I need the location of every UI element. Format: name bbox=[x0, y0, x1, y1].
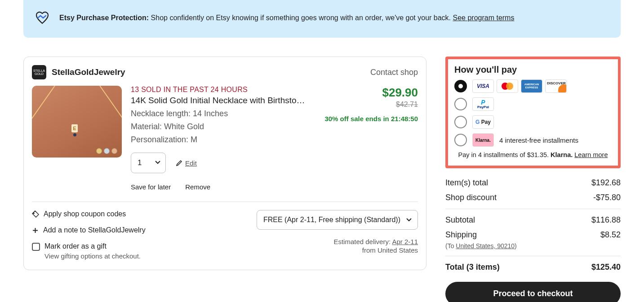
pay-title: How you'll pay bbox=[454, 65, 612, 75]
radio-gpay[interactable] bbox=[454, 116, 467, 128]
shop-avatar[interactable]: STELLAGOLD bbox=[32, 65, 46, 79]
shop-discount-label: Shop discount bbox=[445, 193, 497, 202]
edit-button[interactable]: Edit bbox=[176, 159, 197, 167]
gift-label: Mark order as a gift bbox=[44, 242, 141, 250]
pay-option-card[interactable]: VISA AMERICANEXPRESS DISCOVER bbox=[454, 79, 612, 93]
attr-material: Material: White Gold bbox=[131, 122, 315, 131]
save-for-later-button[interactable]: Save for later bbox=[131, 183, 171, 191]
pay-option-klarna[interactable]: Klarna. 4 interest-free installments bbox=[454, 133, 612, 147]
shop-discount-value: -$75.80 bbox=[593, 193, 621, 202]
gift-checkbox[interactable] bbox=[32, 243, 40, 251]
subtotal-value: $116.88 bbox=[591, 215, 621, 225]
plus-icon bbox=[32, 227, 39, 234]
klarna-learn-more[interactable]: Learn more bbox=[574, 151, 608, 158]
radio-paypal[interactable] bbox=[454, 98, 467, 110]
ship-to-link[interactable]: United States, 90210 bbox=[456, 242, 515, 249]
estimated-delivery: Estimated delivery: Apr 2-11 bbox=[257, 238, 418, 245]
checkout-button[interactable]: Proceed to checkout bbox=[445, 282, 621, 302]
pay-option-paypal[interactable]: PPayPal bbox=[454, 97, 612, 111]
program-terms-link[interactable]: See program terms bbox=[453, 14, 515, 22]
add-note-button[interactable]: Add a note to StellaGoldJewelry bbox=[32, 226, 146, 234]
banner-text: Shop confidently on Etsy knowing if some… bbox=[149, 14, 453, 22]
shop-name[interactable]: StellaGoldJewelry bbox=[52, 67, 125, 77]
pay-option-gpay[interactable]: G Pay bbox=[454, 115, 612, 129]
apply-shop-coupon-button[interactable]: Apply shop coupon codes bbox=[32, 210, 146, 218]
shipping-select[interactable]: FREE (Apr 2-11, Free shipping (Standard)… bbox=[257, 210, 418, 230]
total-value: $125.40 bbox=[591, 263, 621, 272]
radio-klarna[interactable] bbox=[454, 134, 467, 146]
cart-item-card: STELLAGOLD StellaGoldJewelry Contact sho… bbox=[23, 57, 426, 270]
attr-length: Necklace length: 14 Inches bbox=[131, 109, 315, 118]
items-total-value: $192.68 bbox=[591, 178, 621, 188]
payment-method-box: How you'll pay VISA AMERICANEXPRESS DISC… bbox=[445, 57, 621, 168]
radio-card[interactable] bbox=[454, 80, 467, 92]
item-original-price: $42.71 bbox=[324, 101, 418, 109]
discover-icon: DISCOVER bbox=[545, 79, 567, 93]
pencil-icon bbox=[176, 160, 182, 166]
klarna-line: Pay in 4 installments of $31.35. Klarna.… bbox=[454, 151, 612, 158]
mastercard-icon bbox=[497, 79, 518, 93]
amex-icon: AMERICANEXPRESS bbox=[521, 79, 542, 93]
purchase-protection-banner: Etsy Purchase Protection: Shop confident… bbox=[23, 0, 621, 38]
swatch-rose-icon bbox=[111, 148, 117, 154]
shipping-value: $8.52 bbox=[600, 230, 621, 240]
delivery-date-link[interactable]: Apr 2-11 bbox=[392, 238, 418, 245]
caret-down-icon bbox=[155, 159, 161, 166]
tag-icon bbox=[32, 210, 39, 218]
sale-ends: 30% off sale ends in 21:48:50 bbox=[324, 115, 418, 123]
swatch-gold-icon bbox=[96, 148, 102, 154]
ships-from: from United States bbox=[257, 246, 418, 254]
attr-personalization: Personalization: M bbox=[131, 135, 315, 144]
order-totals: Item(s) total $192.68 Shop discount -$75… bbox=[445, 175, 621, 275]
sold-badge: 13 SOLD IN THE PAST 24 HOURS bbox=[131, 86, 315, 94]
swatch-silver-icon bbox=[104, 148, 110, 154]
total-label: Total (3 items) bbox=[445, 263, 500, 272]
gift-sublabel: View gifting options at checkout. bbox=[44, 252, 141, 260]
item-title[interactable]: 14K Solid Gold Initial Necklace with Bir… bbox=[131, 96, 315, 105]
remove-button[interactable]: Remove bbox=[185, 183, 210, 191]
contact-shop-link[interactable]: Contact shop bbox=[370, 68, 418, 77]
caret-down-icon bbox=[406, 217, 412, 223]
visa-icon: VISA bbox=[472, 79, 494, 93]
item-image[interactable]: E bbox=[32, 86, 122, 158]
ship-to: (To United States, 90210) bbox=[445, 242, 517, 249]
banner-bold: Etsy Purchase Protection: bbox=[59, 14, 149, 22]
gpay-icon: G Pay bbox=[472, 115, 494, 129]
shipping-label: Shipping bbox=[445, 230, 477, 240]
quantity-value: 1 bbox=[138, 158, 142, 167]
quantity-select[interactable]: 1 bbox=[131, 153, 166, 173]
klarna-installments: 4 interest-free installments bbox=[499, 136, 578, 144]
item-price: $29.90 bbox=[324, 86, 418, 100]
items-total-label: Item(s) total bbox=[445, 178, 488, 188]
paypal-icon: PPayPal bbox=[472, 97, 494, 111]
subtotal-label: Subtotal bbox=[445, 215, 475, 225]
klarna-icon: Klarna. bbox=[472, 133, 494, 147]
handshake-heart-icon bbox=[33, 9, 51, 27]
